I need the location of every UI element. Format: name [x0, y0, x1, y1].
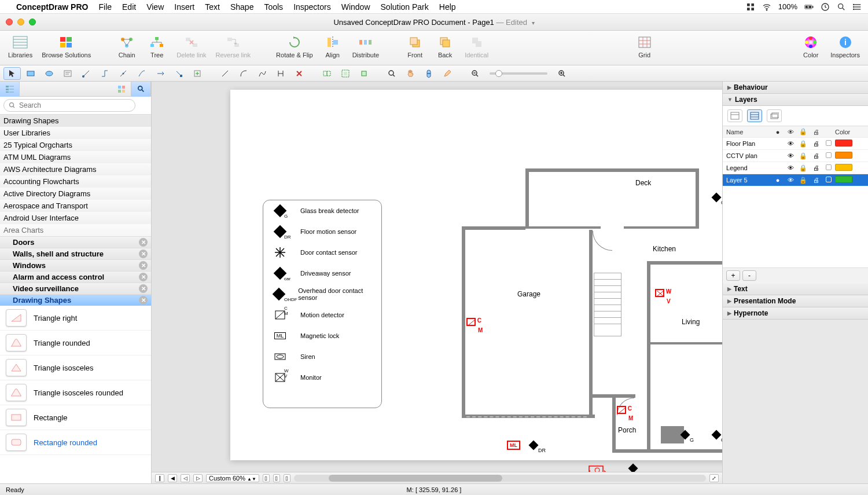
lib-cat[interactable]: Area Charts [0, 224, 151, 236]
lib-cat[interactable]: Active Directory Diagrams [0, 188, 151, 200]
canvas-area[interactable]: GGlass break detector DRFloor motion sen… [152, 82, 722, 483]
shape-item[interactable]: Triangle isosceles rounded [0, 380, 151, 405]
page-first-button[interactable]: ◀ [168, 474, 177, 482]
layers-view-3[interactable] [767, 109, 782, 122]
lib-section[interactable]: Windows✕ [0, 259, 151, 271]
zoom-slider[interactable] [490, 72, 547, 75]
sensor-icon[interactable]: G [682, 431, 693, 439]
horizontal-scrollbar[interactable] [294, 475, 706, 482]
libraries-button[interactable]: Libraries [6, 34, 35, 60]
lib-cat[interactable]: Accounting Flowcharts [0, 175, 151, 188]
spline-tool[interactable] [253, 67, 271, 80]
shape-item[interactable]: Triangle isosceles [0, 355, 151, 380]
group-tool-2[interactable] [337, 67, 354, 80]
pointer-tool[interactable] [3, 67, 21, 80]
identical-button[interactable]: Identical [462, 34, 491, 60]
chain-button[interactable]: Chain [114, 34, 139, 60]
ellipse-tool[interactable] [41, 67, 58, 80]
shape-item[interactable]: Triangle right [0, 306, 151, 331]
menu-inspectors[interactable]: Inspectors [293, 2, 331, 12]
inspector-behaviour[interactable]: ▶Behaviour [723, 82, 868, 94]
group-tool-3[interactable] [355, 67, 373, 80]
sensor-icon[interactable]: G [713, 431, 722, 439]
lib-section-active[interactable]: Drawing Shapes✕ [0, 294, 151, 306]
lib-section[interactable]: Doors✕ [0, 236, 151, 248]
menu-help[interactable]: Help [439, 2, 456, 12]
pencil-tool[interactable] [439, 67, 456, 80]
library-tab-search[interactable] [131, 82, 151, 97]
close-icon[interactable]: ✕ [139, 284, 148, 293]
rotate-flip-button[interactable]: Rotate & Flip [274, 34, 315, 60]
text-tool[interactable] [59, 67, 76, 80]
remove-layer-button[interactable]: - [742, 270, 756, 281]
zoom-in-button[interactable] [553, 67, 571, 80]
eyedropper-tool[interactable] [420, 67, 437, 80]
lib-cat[interactable]: AWS Architecture Diagrams [0, 163, 151, 175]
page-tab[interactable]: ▯ [273, 474, 280, 482]
browse-solutions-button[interactable]: Browse Solutions [39, 34, 93, 60]
connector-2[interactable] [96, 67, 113, 80]
inspector-text[interactable]: ▶Text [723, 283, 868, 295]
zoom-level[interactable]: Custom 60% ▲▼ [206, 474, 259, 482]
cctv-icon[interactable]: WV [655, 289, 671, 305]
dimension-tool[interactable] [272, 67, 289, 80]
cctv-icon[interactable]: CM [617, 406, 633, 421]
lib-cat[interactable]: 25 Typical Orgcharts [0, 139, 151, 151]
layer-row-selected[interactable]: Layer 5●👁🔒🖨 [723, 174, 868, 186]
wifi-icon[interactable] [762, 2, 771, 12]
page-tab[interactable]: ▯ [263, 474, 270, 482]
add-layer-button[interactable]: + [726, 270, 740, 281]
app-name[interactable]: ConceptDraw PRO [16, 2, 88, 12]
tree-button[interactable]: Tree [144, 34, 170, 60]
inspectors-button[interactable]: iInspectors [828, 34, 862, 60]
layer-row[interactable]: Floor Plan👁🔒🖨 [723, 138, 868, 150]
connector-5[interactable] [152, 67, 169, 80]
menu-text[interactable]: Text [205, 2, 220, 12]
close-icon[interactable]: ✕ [139, 273, 148, 281]
front-button[interactable]: Front [402, 34, 428, 60]
arc-tool[interactable] [235, 67, 252, 80]
page-prev-button[interactable]: ◁ [181, 474, 190, 482]
lib-section[interactable]: Alarm and access control✕ [0, 271, 151, 283]
document-title[interactable]: Unsaved ConceptDraw PRO Document - Page1… [333, 18, 534, 27]
fit-button[interactable]: ⤢ [709, 474, 719, 482]
library-tab-tree[interactable] [0, 82, 20, 97]
align-button[interactable]: Align [320, 34, 345, 60]
shape-item-selected[interactable]: Rectangle rounded [0, 430, 151, 455]
line-tool[interactable] [216, 67, 234, 80]
cctv-icon[interactable]: ML [507, 441, 520, 450]
clock-icon[interactable] [821, 2, 830, 12]
canvas-page[interactable]: GGlass break detector DRFloor motion sen… [230, 90, 722, 460]
close-icon[interactable]: ✕ [139, 296, 148, 305]
distribute-button[interactable]: Distribute [350, 34, 381, 60]
erase-tool[interactable] [290, 67, 308, 80]
grid-icon[interactable] [746, 2, 755, 12]
legend-box[interactable]: GGlass break detector DRFloor motion sen… [263, 200, 382, 408]
menu-edit[interactable]: Edit [122, 2, 136, 12]
page-split-button[interactable]: ‖ [155, 474, 164, 482]
layer-row[interactable]: Legend👁🔒🖨 [723, 162, 868, 174]
connector-1[interactable] [78, 67, 95, 80]
insert-shape-tool[interactable] [189, 67, 206, 80]
menu-view[interactable]: View [146, 2, 164, 12]
connector-6[interactable] [170, 67, 187, 80]
color-button[interactable]: Color [798, 34, 823, 60]
spotlight-icon[interactable] [837, 2, 846, 12]
lib-section[interactable]: Video surveillance✕ [0, 283, 151, 294]
lib-section[interactable]: Walls, shell and structure✕ [0, 248, 151, 259]
rect-tool[interactable] [22, 67, 39, 80]
shape-item[interactable]: Triangle rounded [0, 331, 151, 355]
page-tab[interactable]: ▯ [284, 474, 290, 482]
group-tool-1[interactable] [318, 67, 336, 80]
inspector-layers[interactable]: ▼Layers [723, 94, 868, 106]
menu-extras-icon[interactable] [853, 2, 862, 12]
delete-link-button[interactable]: Delete link [174, 34, 208, 60]
close-icon[interactable]: ✕ [139, 261, 148, 270]
zoom-out-button[interactable] [466, 67, 484, 80]
cctv-icon[interactable]: CM [466, 318, 483, 333]
lib-cat[interactable]: ATM UML Diagrams [0, 151, 151, 163]
menu-insert[interactable]: Insert [174, 2, 194, 12]
layer-row[interactable]: CCTV plan👁🔒🖨 [723, 150, 868, 162]
zoom-icon[interactable] [29, 19, 36, 25]
library-header[interactable]: Drawing Shapes [0, 115, 151, 127]
